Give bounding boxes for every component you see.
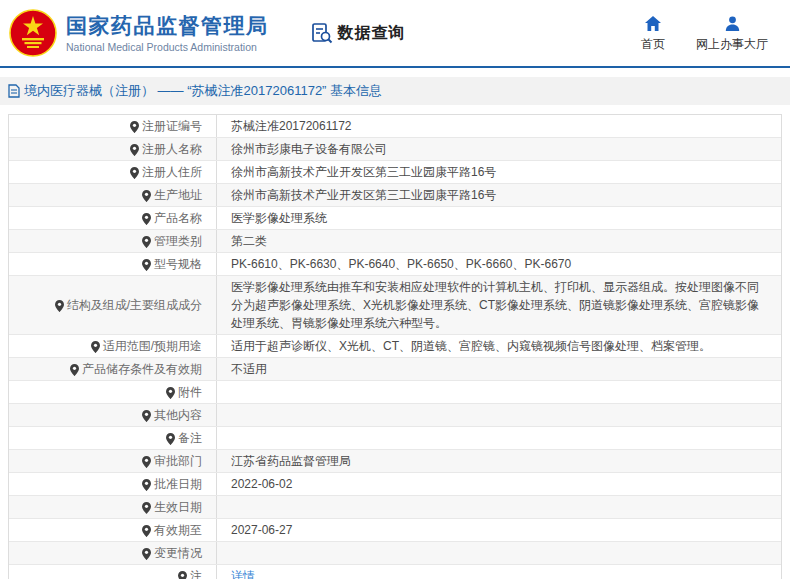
table-row: 审批部门 江苏省药品监督管理局 [9, 449, 781, 472]
row-label-cell: 注 [9, 565, 217, 579]
row-value [217, 542, 781, 564]
pin-icon [142, 259, 151, 271]
row-label-cell: 审批部门 [9, 450, 217, 472]
table-row: 管理类别 第二类 [9, 229, 781, 252]
row-label-cell: 注册人名称 [9, 138, 217, 160]
table-row: 结构及组成/主要组成成分 医学影像处理系统由推车和安装相应处理软件的计算机主机、… [9, 275, 781, 334]
pin-icon [130, 144, 139, 156]
row-value: 医学影像处理系统由推车和安装相应处理软件的计算机主机、打印机、显示器组成。按处理… [217, 276, 781, 334]
row-label: 生效日期 [154, 498, 202, 516]
table-row: 其他内容 [9, 403, 781, 426]
table-row: 适用范围/预期用途 适用于超声诊断仪、X光机、CT、阴道镜、宫腔镜、内窥镜视频信… [9, 334, 781, 357]
row-label: 生产地址 [154, 186, 202, 204]
row-label-cell: 生产地址 [9, 184, 217, 206]
row-label-cell: 变更情况 [9, 542, 217, 564]
pin-icon [130, 167, 139, 179]
nav-item-service-hall[interactable]: 网上办事大厅 [696, 16, 768, 53]
row-label: 注册人名称 [142, 140, 202, 158]
header: 国家药品监督管理局 National Medical Products Admi… [0, 0, 790, 68]
pin-icon [70, 364, 79, 376]
row-label-cell: 注册人住所 [9, 161, 217, 183]
nav-service-hall-label: 网上办事大厅 [696, 36, 768, 53]
home-icon [645, 16, 661, 31]
table-row: 注册人名称 徐州市彭康电子设备有限公司 [9, 137, 781, 160]
row-label: 附件 [178, 383, 202, 401]
row-label-cell: 备注 [9, 427, 217, 449]
pin-icon [55, 300, 64, 312]
pin-icon [91, 341, 100, 353]
detail-link[interactable]: 详情 [231, 567, 255, 579]
row-label-cell: 结构及组成/主要组成成分 [9, 276, 217, 334]
row-label: 注 [190, 567, 202, 579]
row-value [217, 427, 781, 449]
row-label: 注册人住所 [142, 163, 202, 181]
agency-title-block: 国家药品监督管理局 National Medical Products Admi… [66, 13, 269, 53]
breadcrumb-text: 境内医疗器械（注册） —— “苏械注准20172061172” 基本信息 [24, 82, 382, 100]
row-value: 2022-06-02 [217, 473, 781, 495]
row-label: 变更情况 [154, 544, 202, 562]
table-row: 备注 [9, 426, 781, 449]
table-row: 有效期至 2027-06-27 [9, 518, 781, 541]
pin-icon [130, 121, 139, 133]
row-value: PK-6610、PK-6630、PK-6640、PK-6650、PK-6660、… [217, 253, 781, 275]
row-label-cell: 附件 [9, 381, 217, 403]
pin-icon [142, 236, 151, 248]
pin-icon [142, 525, 151, 537]
row-value: 医学影像处理系统 [217, 207, 781, 229]
row-label: 审批部门 [154, 452, 202, 470]
table-row: 注 详情 [9, 564, 781, 579]
agency-name-cn: 国家药品监督管理局 [66, 13, 269, 39]
row-label: 产品储存条件及有效期 [82, 360, 202, 378]
pin-icon [166, 433, 175, 445]
row-label-cell: 管理类别 [9, 230, 217, 252]
row-label-cell: 产品储存条件及有效期 [9, 358, 217, 380]
document-icon [8, 84, 20, 98]
nav-home-label: 首页 [641, 36, 665, 53]
pin-icon [142, 190, 151, 202]
table-row: 型号规格 PK-6610、PK-6630、PK-6640、PK-6650、PK-… [9, 252, 781, 275]
header-right-nav: 首页 网上办事大厅 [636, 0, 768, 53]
row-value: 徐州市高新技术产业开发区第三工业园康平路16号 [217, 184, 781, 206]
pin-icon [142, 410, 151, 422]
row-label: 型号规格 [154, 255, 202, 273]
user-icon [725, 16, 740, 31]
table-row: 产品储存条件及有效期 不适用 [9, 357, 781, 380]
row-label-cell: 批准日期 [9, 473, 217, 495]
row-label: 有效期至 [154, 521, 202, 539]
table-row: 批准日期 2022-06-02 [9, 472, 781, 495]
row-value [217, 404, 781, 426]
row-label-cell: 有效期至 [9, 519, 217, 541]
table-row: 变更情况 [9, 541, 781, 564]
table-row: 生产地址 徐州市高新技术产业开发区第三工业园康平路16号 [9, 183, 781, 206]
row-label-cell: 生效日期 [9, 496, 217, 518]
row-value: 2027-06-27 [217, 519, 781, 541]
row-label: 适用范围/预期用途 [103, 337, 202, 355]
table-row: 产品名称 医学影像处理系统 [9, 206, 781, 229]
data-query-nav[interactable]: 数据查询 [311, 22, 406, 44]
row-label: 其他内容 [154, 406, 202, 424]
header-gap [0, 68, 790, 77]
row-value: 不适用 [217, 358, 781, 380]
row-label: 产品名称 [154, 209, 202, 227]
row-value: 徐州市高新技术产业开发区第三工业园康平路16号 [217, 161, 781, 183]
table-row: 附件 [9, 380, 781, 403]
data-query-label: 数据查询 [338, 23, 406, 44]
table-row: 注册证编号 苏械注准20172061172 [9, 115, 781, 137]
pin-icon [142, 456, 151, 468]
row-label: 注册证编号 [142, 117, 202, 135]
row-value: 第二类 [217, 230, 781, 252]
pin-icon [142, 213, 151, 225]
row-label-cell: 型号规格 [9, 253, 217, 275]
pin-icon [166, 387, 175, 399]
pin-icon [142, 548, 151, 560]
table-row: 生效日期 [9, 495, 781, 518]
info-table: 注册证编号 苏械注准20172061172 注册人名称 徐州市彭康电子设备有限公… [8, 114, 782, 579]
pin-icon [178, 571, 187, 579]
document-search-icon [311, 22, 333, 44]
row-value: 徐州市彭康电子设备有限公司 [217, 138, 781, 160]
row-label-cell: 适用范围/预期用途 [9, 335, 217, 357]
row-label: 批准日期 [154, 475, 202, 493]
row-value: 详情 [217, 565, 781, 579]
pin-icon [142, 479, 151, 491]
nav-item-home[interactable]: 首页 [636, 16, 670, 53]
